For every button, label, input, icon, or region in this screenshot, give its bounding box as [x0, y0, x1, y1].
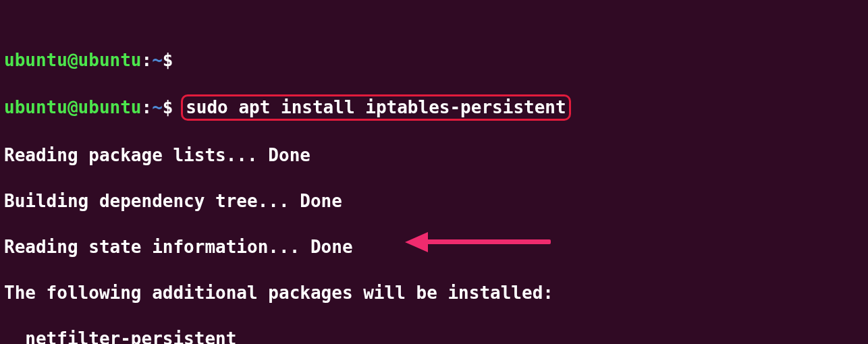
- output-line: Building dependency tree... Done: [4, 190, 864, 212]
- prompt-host: ubuntu: [78, 97, 142, 117]
- output-line: The following additional packages will b…: [4, 281, 864, 304]
- terminal-window[interactable]: ubuntu@ubuntu:~$ ubuntu@ubuntu:~$ sudo a…: [0, 0, 868, 344]
- output-line: netfilter-persistent: [4, 327, 864, 344]
- prompt-user: ubuntu: [4, 50, 67, 70]
- prompt-line-cmd: ubuntu@ubuntu:~$ sudo apt install iptabl…: [4, 94, 864, 121]
- prompt-line-empty: ubuntu@ubuntu:~$: [4, 49, 864, 71]
- prompt-dollar: $: [163, 97, 173, 117]
- output-line: Reading state information... Done: [4, 235, 864, 258]
- prompt-at: @: [67, 97, 78, 117]
- prompt-path: ~: [152, 97, 163, 117]
- prompt-user: ubuntu: [4, 97, 67, 117]
- command-text: sudo apt install iptables-persistent: [186, 97, 566, 117]
- prompt-colon: :: [142, 97, 153, 117]
- prompt-path: ~: [152, 50, 163, 70]
- prompt-dollar: $: [163, 50, 173, 70]
- output-line: Reading package lists... Done: [4, 144, 864, 167]
- prompt-at: @: [67, 50, 78, 70]
- prompt-colon: :: [142, 50, 153, 70]
- command-highlight-box: sudo apt install iptables-persistent: [181, 94, 571, 121]
- prompt-host: ubuntu: [78, 50, 142, 70]
